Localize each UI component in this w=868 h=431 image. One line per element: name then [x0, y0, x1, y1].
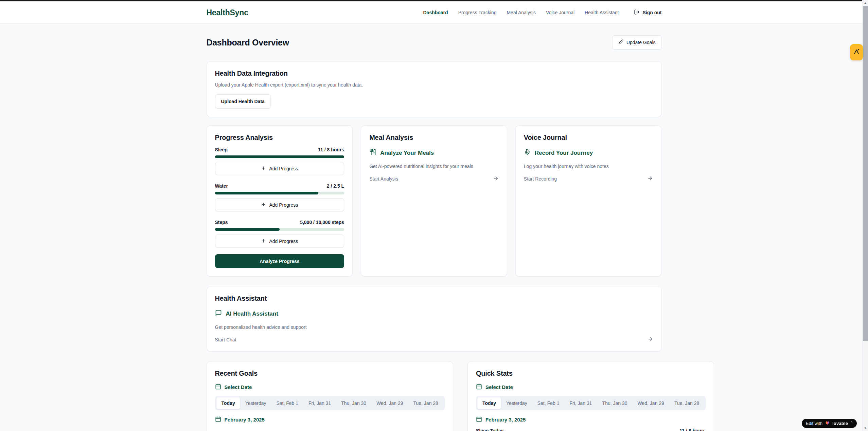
quick-stats-select-date[interactable]: Select Date [476, 383, 706, 391]
calendar-icon [215, 416, 221, 423]
sleep-today-value: 11 / 8 hours [679, 428, 706, 431]
date-tab-tue-jan-28[interactable]: Tue, Jan 28 [408, 397, 443, 409]
water-value: 2 / 2.5 L [327, 183, 344, 189]
add-water-progress-button[interactable]: Add Progress [215, 198, 344, 211]
recent-goals-selected-date: February 3, 2025 [215, 416, 445, 423]
arrow-right-icon [647, 175, 653, 182]
water-metric: Water 2 / 2.5 L Add Progress [215, 183, 344, 211]
quick-stats-selected-date: February 3, 2025 [476, 416, 706, 423]
date-tab-wed-jan-29[interactable]: Wed, Jan 29 [633, 397, 669, 409]
steps-progress-bar [215, 228, 344, 231]
recent-goals-select-date[interactable]: Select Date [215, 383, 445, 391]
date-tab-yesterday[interactable]: Yesterday [501, 397, 532, 409]
progress-analysis-title: Progress Analysis [215, 134, 344, 142]
date-tab-sat-feb-1[interactable]: Sat, Feb 1 [532, 397, 565, 409]
date-tab-thu-jan-30[interactable]: Thu, Jan 30 [336, 397, 371, 409]
sleep-today-label: Sleep Today [476, 428, 503, 431]
health-data-integration-card: Health Data Integration Upload your Appl… [207, 61, 662, 117]
health-data-description: Upload your Apple Health export (export.… [215, 82, 653, 88]
main-content: Dashboard Overview Update Goals Health D… [207, 24, 662, 431]
scrollbar-up-arrow[interactable]: ▲ [863, 1, 868, 4]
calendar-icon [215, 383, 221, 391]
meal-analysis-card: Meal Analysis Analyze Your Meals Get AI-… [361, 125, 507, 277]
health-assistant-card: Health Assistant AI Health Assistant Get… [207, 286, 662, 352]
plus-icon [261, 238, 266, 244]
analyze-progress-button[interactable]: Analyze Progress [215, 254, 344, 268]
steps-metric: Steps 5,000 / 10,000 steps Add Progress [215, 220, 344, 248]
progress-analysis-card: Progress Analysis Sleep 11 / 8 hours Add… [207, 125, 353, 277]
lovable-logo-icon [853, 48, 860, 57]
start-recording-action[interactable]: Start Recording [524, 175, 653, 182]
water-label: Water [215, 183, 228, 189]
microphone-icon [524, 149, 531, 157]
sign-out-button[interactable]: Sign out [634, 9, 662, 16]
date-tab-thu-jan-30[interactable]: Thu, Jan 30 [597, 397, 633, 409]
date-tab-today[interactable]: Today [477, 397, 501, 409]
calendar-icon [476, 383, 482, 391]
nav-progress-tracking[interactable]: Progress Tracking [458, 10, 497, 15]
date-tab-today[interactable]: Today [216, 397, 240, 409]
voice-journal-title: Voice Journal [524, 134, 653, 142]
date-tab-sat-feb-1[interactable]: Sat, Feb 1 [271, 397, 303, 409]
main-nav: Dashboard Progress Tracking Meal Analysi… [423, 9, 662, 16]
meal-analysis-title: Meal Analysis [369, 134, 499, 142]
voice-journal-description: Log your health journey with voice notes [524, 164, 653, 169]
meal-analysis-description: Get AI-powered nutritional insights for … [369, 164, 499, 169]
sleep-value: 11 / 8 hours [318, 147, 344, 152]
analyze-your-meals-link[interactable]: Analyze Your Meals [369, 149, 499, 157]
start-chat-action[interactable]: Start Chat [215, 336, 653, 343]
recent-goals-title: Recent Goals [215, 370, 445, 377]
add-sleep-progress-button[interactable]: Add Progress [215, 162, 344, 175]
arrow-right-icon [648, 336, 653, 343]
ai-health-assistant-link[interactable]: AI Health Assistant [215, 310, 653, 318]
recent-goals-card: Recent Goals Select Date Today Yesterday… [207, 361, 453, 431]
page-title: Dashboard Overview [207, 38, 289, 48]
lovable-side-badge[interactable] [850, 44, 863, 60]
calendar-icon [476, 416, 482, 423]
sleep-metric: Sleep 11 / 8 hours Add Progress [215, 147, 344, 175]
date-tab-tue-jan-28[interactable]: Tue, Jan 28 [669, 397, 704, 409]
quick-stats-title: Quick Stats [476, 370, 706, 377]
add-steps-progress-button[interactable]: Add Progress [215, 235, 344, 248]
nav-dashboard[interactable]: Dashboard [423, 10, 448, 15]
edit-with-lovable-badge[interactable]: Edit with lovable × [802, 419, 857, 428]
record-your-journey-link[interactable]: Record Your Journey [524, 149, 653, 157]
pencil-icon [618, 39, 623, 45]
app-logo[interactable]: HealthSync [207, 8, 248, 17]
sleep-label: Sleep [215, 147, 228, 152]
utensils-icon [369, 149, 376, 157]
app-header: HealthSync Dashboard Progress Tracking M… [0, 1, 868, 24]
sleep-today-metric: Sleep Today 11 / 8 hours Add Progress [476, 428, 706, 431]
upload-health-data-button[interactable]: Upload Health Data [215, 94, 271, 109]
recent-goals-date-tabs: Today Yesterday Sat, Feb 1 Fri, Jan 31 T… [215, 396, 445, 410]
update-goals-button[interactable]: Update Goals [612, 35, 662, 50]
date-tab-fri-jan-31[interactable]: Fri, Jan 31 [303, 397, 336, 409]
nav-voice-journal[interactable]: Voice Journal [546, 10, 574, 15]
chat-bubble-icon [215, 310, 222, 318]
health-assistant-description: Get personalized health advice and suppo… [215, 324, 653, 330]
plus-icon [261, 166, 266, 172]
arrow-right-icon [493, 175, 499, 182]
health-assistant-title: Health Assistant [215, 295, 653, 302]
steps-value: 5,000 / 10,000 steps [300, 220, 344, 225]
scrollbar-down-arrow[interactable]: ▼ [863, 427, 868, 430]
nav-meal-analysis[interactable]: Meal Analysis [507, 10, 536, 15]
scrollbar-thumb[interactable] [863, 6, 868, 341]
close-icon[interactable]: × [851, 420, 853, 424]
start-analysis-action[interactable]: Start Analysis [369, 175, 499, 182]
quick-stats-card: Quick Stats Select Date Today Yesterday … [467, 361, 714, 431]
health-data-title: Health Data Integration [215, 70, 653, 77]
voice-journal-card: Voice Journal Record Your Journey Log yo… [515, 125, 662, 277]
vertical-scrollbar[interactable]: ▲ ▼ [862, 0, 868, 431]
log-out-icon [634, 9, 640, 16]
plus-icon [261, 202, 266, 208]
sleep-progress-bar [215, 155, 344, 158]
heart-icon [825, 420, 830, 427]
steps-label: Steps [215, 220, 228, 225]
quick-stats-date-tabs: Today Yesterday Sat, Feb 1 Fri, Jan 31 T… [476, 396, 706, 410]
date-tab-yesterday[interactable]: Yesterday [240, 397, 271, 409]
date-tab-fri-jan-31[interactable]: Fri, Jan 31 [564, 397, 597, 409]
water-progress-bar [215, 192, 344, 194]
date-tab-wed-jan-29[interactable]: Wed, Jan 29 [371, 397, 408, 409]
nav-health-assistant[interactable]: Health Assistant [585, 10, 619, 15]
